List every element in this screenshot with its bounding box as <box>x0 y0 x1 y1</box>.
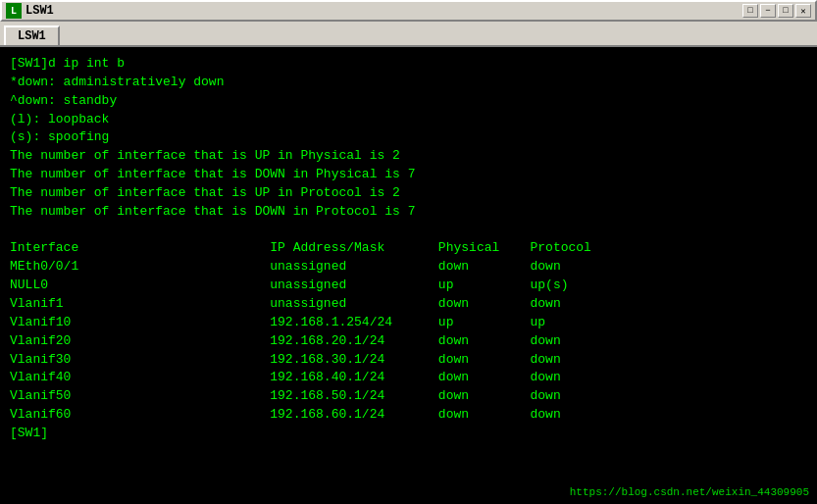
minimize-button[interactable]: − <box>760 4 776 18</box>
window-title: LSW1 <box>26 4 54 18</box>
restore-button[interactable]: □ <box>742 4 758 18</box>
close-button[interactable]: ✕ <box>795 4 811 18</box>
watermark: https://blog.csdn.net/weixin_44309905 <box>570 486 809 498</box>
terminal-output: [SW1]d ip int b *down: administratively … <box>10 55 807 443</box>
tab-lsw1[interactable]: LSW1 <box>4 25 60 45</box>
maximize-button[interactable]: □ <box>778 4 793 18</box>
title-bar: L LSW1 □ − □ ✕ <box>0 0 817 22</box>
app-icon: L <box>6 3 22 19</box>
terminal-area[interactable]: [SW1]d ip int b *down: administratively … <box>0 47 817 504</box>
window-controls: □ − □ ✕ <box>742 4 811 18</box>
app-icon-letter: L <box>11 6 17 17</box>
title-bar-left: L LSW1 <box>6 3 54 19</box>
tab-bar: LSW1 <box>0 22 817 47</box>
